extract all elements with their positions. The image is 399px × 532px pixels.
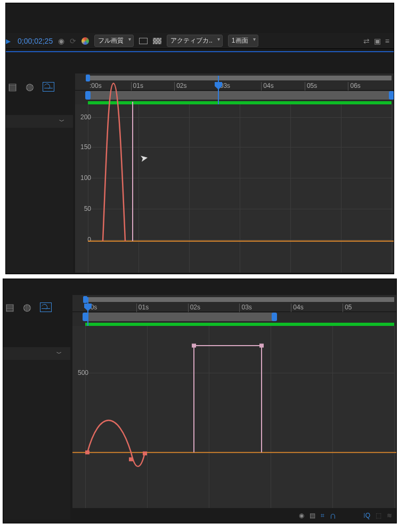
toolbar-separator — [6, 51, 394, 52]
ruler-tick: 00s — [85, 304, 136, 312]
value-curve-red — [87, 420, 145, 466]
graph-type-icon[interactable]: ⬚ — [376, 512, 381, 519]
layer-switches-icon[interactable]: ▤ — [8, 81, 17, 93]
keyframe-handle[interactable] — [129, 457, 133, 461]
graph-editor-top[interactable]: 200150100500 ➤ — [75, 104, 394, 273]
ruler-tick: 03s — [239, 304, 291, 312]
share-icon[interactable]: ⇄ — [363, 37, 370, 45]
navigator-knob[interactable] — [83, 296, 87, 303]
ruler-tick: 06s — [348, 82, 392, 91]
graph-editor-icon[interactable] — [40, 302, 52, 312]
timeline-area-top: :00s01s02s03s04s05s06s 200150100500 ➤ — [75, 73, 394, 273]
graph-editor-icon[interactable] — [43, 82, 54, 92]
timeline-area-bottom: 00s01s02s03s04s05 500 — [72, 295, 396, 508]
graph-plot-top — [75, 104, 394, 273]
ruler-tick: 04s — [261, 82, 305, 91]
navigator-bar[interactable] — [85, 297, 394, 302]
chevron-down-icon: ﹀ — [56, 350, 62, 357]
timeline-side-icons: ▤ ◍ — [5, 301, 72, 313]
fit-zoom-icon[interactable]: ⁞Q — [363, 512, 370, 519]
graph-editor-footer: ◉ ▤ ⌗ ∩ ⁞Q ⬚ ≋ — [3, 509, 396, 522]
channel-icon[interactable] — [82, 37, 89, 45]
panel-tab-edge: ▸ — [6, 33, 12, 49]
speed-curve-red — [103, 84, 125, 241]
snap-icon[interactable]: ⌗ — [321, 512, 324, 519]
eye-icon[interactable]: ◉ — [299, 512, 304, 519]
work-area-end-handle[interactable] — [389, 91, 394, 100]
view-layout-dropdown[interactable]: 1画面 — [228, 35, 258, 47]
property-subrows — [3, 360, 70, 520]
modes-icon[interactable]: ◍ — [26, 81, 34, 93]
ruler-ticks: 00s01s02s03s04s05 — [85, 304, 394, 312]
current-timecode[interactable]: 0;00;02;25 — [10, 37, 53, 45]
active-camera-dropdown[interactable]: アクティブカ.. — [167, 35, 223, 47]
ruler-tick: 01s — [131, 82, 175, 91]
ruler-tick: 02s — [174, 82, 218, 91]
ruler-tick: 03s — [218, 82, 262, 91]
work-area-end-handle[interactable] — [272, 313, 277, 321]
time-ruler[interactable]: :00s01s02s03s04s05s06s — [75, 73, 394, 91]
ruler-tick: 01s — [136, 304, 188, 312]
property-row[interactable]: ﹀ — [6, 115, 73, 128]
ruler-tick: 05 — [343, 304, 394, 312]
work-area-start-handle[interactable] — [85, 91, 91, 100]
ruler-tick: 04s — [291, 304, 343, 312]
graph-plot-bottom — [72, 326, 396, 508]
property-subrows — [6, 128, 73, 273]
ruler-ticks: :00s01s02s03s04s05s06s — [88, 82, 392, 91]
layer-switches-icon[interactable]: ▤ — [5, 301, 14, 313]
timeline-options-icon[interactable]: ≡ — [385, 37, 389, 45]
link-icon: ⟳ — [70, 37, 76, 45]
work-area-bar[interactable] — [72, 312, 396, 322]
work-area-bar[interactable] — [75, 91, 394, 100]
preview-toolbar: ▸ 0;00;02;25 ◉ ⟳ フル画質 アクティブカ.. 1画面 ⇄ ▣ ≡ — [6, 33, 394, 49]
checker-icon[interactable] — [153, 38, 161, 44]
transparency-grid-icon[interactable] — [139, 38, 148, 44]
ruler-tick: 02s — [188, 304, 240, 312]
timeline-side-icons: ▤ ◍ — [8, 81, 75, 93]
graph-editor-bottom[interactable]: 500 — [72, 326, 396, 508]
magnet-icon[interactable]: ∩ — [330, 510, 337, 521]
resolution-dropdown[interactable]: フル画質 — [94, 35, 134, 47]
keyframe-handle[interactable] — [143, 452, 147, 455]
ruler-tick: :00s — [88, 82, 131, 91]
list-icon[interactable]: ▤ — [310, 512, 315, 519]
ruler-tick: 05s — [305, 82, 348, 91]
snapshot-icon[interactable]: ◉ — [58, 37, 64, 45]
chevron-down-icon: ﹀ — [59, 118, 64, 125]
selection-handle[interactable] — [192, 343, 196, 347]
render-region-icon[interactable]: ▣ — [374, 37, 381, 45]
keyframe-handle[interactable] — [85, 451, 89, 454]
time-ruler[interactable]: 00s01s02s03s04s05 — [72, 295, 396, 312]
property-row[interactable]: ﹀ — [3, 347, 70, 360]
navigator-bar[interactable] — [88, 76, 392, 80]
value-curve-pink — [194, 346, 262, 453]
navigator-knob[interactable] — [86, 75, 90, 81]
waves-icon[interactable]: ≋ — [387, 512, 392, 519]
selection-handle[interactable] — [259, 343, 264, 347]
modes-icon[interactable]: ◍ — [23, 301, 31, 313]
